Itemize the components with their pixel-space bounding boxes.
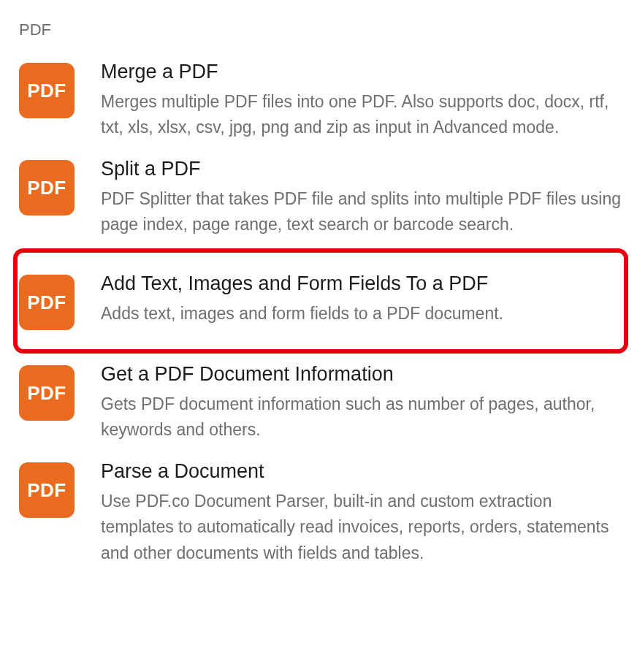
- list-item-title: Get a PDF Document Information: [101, 362, 621, 387]
- list-item[interactable]: PDFSplit a PDFPDF Splitter that takes PD…: [19, 150, 621, 247]
- list-item-body: Get a PDF Document InformationGets PDF d…: [101, 362, 621, 443]
- list-item-description: Use PDF.co Document Parser, built-in and…: [101, 489, 621, 567]
- pdf-icon: PDF: [19, 275, 75, 330]
- pdf-icon: PDF: [19, 63, 75, 118]
- list-item[interactable]: PDFParse a DocumentUse PDF.co Document P…: [19, 452, 621, 576]
- list-item[interactable]: PDFAdd Text, Images and Form Fields To a…: [13, 248, 628, 354]
- list-item[interactable]: PDFGet a PDF Document InformationGets PD…: [19, 355, 621, 452]
- list-item-description: Gets PDF document information such as nu…: [101, 392, 621, 443]
- list-item-description: Merges multiple PDF files into one PDF. …: [101, 89, 621, 141]
- list-item-body: Add Text, Images and Form Fields To a PD…: [101, 272, 617, 327]
- pdf-icon: PDF: [19, 462, 75, 518]
- section-header: PDF: [19, 20, 621, 39]
- list-item-title: Parse a Document: [101, 459, 621, 484]
- pdf-icon: PDF: [19, 160, 75, 215]
- list-item-body: Parse a DocumentUse PDF.co Document Pars…: [101, 459, 621, 567]
- list-item-description: Adds text, images and form fields to a P…: [101, 301, 617, 327]
- list-item-body: Split a PDFPDF Splitter that takes PDF f…: [101, 157, 621, 238]
- list-item-title: Split a PDF: [101, 157, 621, 182]
- list-item-description: PDF Splitter that takes PDF file and spl…: [101, 186, 621, 238]
- list-item[interactable]: PDFMerge a PDFMerges multiple PDF files …: [19, 53, 621, 150]
- list-item-body: Merge a PDFMerges multiple PDF files int…: [101, 60, 621, 141]
- list-item-title: Merge a PDF: [101, 60, 621, 85]
- pdf-icon: PDF: [19, 365, 75, 421]
- action-list: PDFMerge a PDFMerges multiple PDF files …: [19, 53, 621, 576]
- list-item-title: Add Text, Images and Form Fields To a PD…: [101, 272, 617, 297]
